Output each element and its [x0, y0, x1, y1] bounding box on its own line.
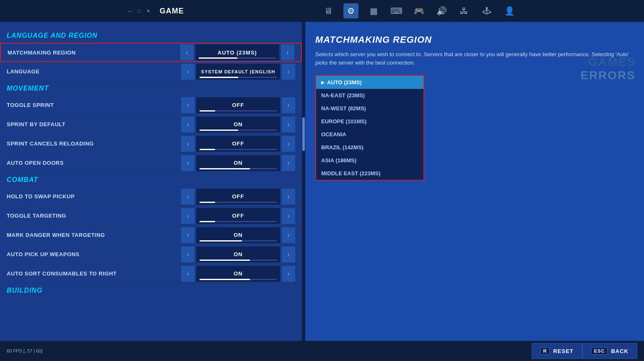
dropdown-item-label: MIDDLE EAST (223MS)	[321, 170, 381, 177]
mark-danger-bar	[200, 240, 277, 242]
dropdown-item-label: NA-WEST (82MS)	[321, 105, 366, 112]
reset-button[interactable]: R RESET	[532, 343, 582, 359]
auto-sort-right-arrow[interactable]: ›	[282, 266, 295, 282]
toggle-sprint-value-box: OFF	[196, 97, 280, 113]
setting-label-language: LANGUAGE	[7, 68, 181, 75]
dropdown-item-na-west[interactable]: NA-WEST (82MS)	[316, 102, 423, 115]
scroll-thumb[interactable]	[302, 117, 305, 151]
back-button[interactable]: ESC BACK	[582, 343, 637, 359]
toggle-targeting-right-arrow[interactable]: ›	[282, 208, 295, 224]
back-label: BACK	[611, 348, 628, 354]
mark-danger-right-arrow[interactable]: ›	[282, 227, 295, 243]
hold-swap-left-arrow[interactable]: ‹	[181, 189, 195, 205]
setting-row-auto-pickup: AUTO PICK UP WEAPONS ‹ ON ›	[0, 245, 302, 264]
language-right-arrow[interactable]: ›	[282, 64, 295, 80]
setting-row-hold-swap: HOLD TO SWAP PICKUP ‹ OFF ›	[0, 187, 302, 206]
sprint-default-left-arrow[interactable]: ‹	[181, 117, 195, 132]
user-icon[interactable]: 👤	[502, 3, 517, 18]
bottom-buttons: R RESET ESC BACK	[532, 343, 637, 359]
region-dropdown: ▶ AUTO (23MS) NA-EAST (23MS) NA-WEST (82…	[315, 75, 424, 181]
keyboard-icon[interactable]: ⌨	[389, 3, 404, 18]
network-icon[interactable]: 🖧	[457, 3, 472, 18]
setting-control-toggle-targeting: ‹ OFF ›	[181, 208, 295, 224]
menu-icon[interactable]: ▦	[366, 3, 381, 18]
dropdown-item-oceania[interactable]: OCEANIA	[316, 128, 423, 141]
auto-open-doors-right-arrow[interactable]: ›	[282, 155, 295, 171]
auto-sort-value-box: ON	[196, 266, 280, 282]
dropdown-item-label: ASIA (186MS)	[321, 157, 356, 164]
setting-label-mark-danger: MARK DANGER WHEN TARGETING	[7, 232, 181, 238]
setting-label-auto-open-doors: AUTO OPEN DOORS	[7, 160, 181, 166]
monitor-icon[interactable]: 🖥	[321, 3, 336, 18]
dropdown-item-europe[interactable]: EUROPE (101MS)	[316, 115, 423, 128]
auto-pickup-value-box: ON	[196, 247, 280, 262]
gamepad-icon[interactable]: 🕹	[479, 3, 494, 18]
language-bar	[200, 77, 277, 78]
auto-sort-value: ON	[234, 270, 243, 277]
setting-control-matchmaking: ‹ AUTO (23MS) ›	[180, 44, 294, 60]
top-bar: — □ ✕ GAME 🖥 ⚙ ▦ ⌨ 🎮 🔊 🖧 🕹 👤	[0, 0, 644, 22]
setting-label-hold-swap: HOLD TO SWAP PICKUP	[7, 193, 181, 200]
dropdown-item-label: NA-EAST (23MS)	[321, 92, 365, 99]
window-controls: — □ ✕	[127, 8, 151, 14]
setting-row-toggle-sprint: TOGGLE SPRINT ‹ OFF ›	[0, 96, 302, 115]
auto-pickup-left-arrow[interactable]: ‹	[181, 247, 195, 262]
sprint-default-right-arrow[interactable]: ›	[282, 117, 295, 132]
sprint-cancels-left-arrow[interactable]: ‹	[181, 136, 195, 152]
matchmaking-left-arrow[interactable]: ‹	[180, 44, 194, 60]
setting-label-auto-sort: AUTO SORT CONSUMABLES TO RIGHT	[7, 270, 181, 277]
right-panel: MATCHMAKING REGION Selects which server …	[305, 22, 644, 341]
matchmaking-value: AUTO (23MS)	[218, 49, 257, 56]
auto-pickup-right-arrow[interactable]: ›	[282, 247, 295, 262]
dropdown-item-brazil[interactable]: BRAZIL (142MS)	[316, 141, 423, 154]
auto-open-doors-value-box: ON	[196, 155, 280, 171]
setting-label-toggle-sprint: TOGGLE SPRINT	[7, 102, 181, 108]
setting-row-auto-sort: AUTO SORT CONSUMABLES TO RIGHT ‹ ON ›	[0, 264, 302, 283]
section-movement: MOVEMENT	[0, 81, 302, 96]
auto-sort-bar	[200, 279, 277, 280]
auto-open-doors-bar	[200, 168, 277, 169]
sprint-cancels-right-arrow[interactable]: ›	[282, 136, 295, 152]
toggle-targeting-bar-fill	[200, 221, 215, 222]
toggle-sprint-right-arrow[interactable]: ›	[282, 97, 295, 113]
app-title: GAME	[160, 7, 184, 16]
back-key: ESC	[591, 347, 608, 355]
auto-sort-bar-fill	[200, 279, 250, 280]
setting-control-auto-sort: ‹ ON ›	[181, 266, 295, 282]
language-value: SYSTEM DEFAULT (ENGLISH	[201, 69, 275, 74]
auto-open-doors-left-arrow[interactable]: ‹	[181, 155, 195, 171]
sprint-default-bar-fill	[200, 130, 238, 131]
sprint-cancels-value-box: OFF	[196, 136, 280, 152]
toggle-targeting-value: OFF	[232, 213, 244, 219]
language-left-arrow[interactable]: ‹	[181, 64, 195, 80]
setting-row-sprint-default: SPRINT BY DEFAULT ‹ ON ›	[0, 115, 302, 134]
toggle-targeting-value-box: OFF	[196, 208, 280, 224]
dropdown-item-middle-east[interactable]: MIDDLE EAST (223MS)	[316, 167, 423, 180]
language-bar-fill	[200, 77, 238, 78]
setting-control-hold-swap: ‹ OFF ›	[181, 189, 295, 205]
hold-swap-right-arrow[interactable]: ›	[282, 189, 295, 205]
dropdown-item-auto[interactable]: ▶ AUTO (23MS)	[316, 76, 423, 89]
auto-sort-left-arrow[interactable]: ‹	[181, 266, 195, 282]
mark-danger-left-arrow[interactable]: ‹	[181, 227, 195, 243]
matchmaking-value-box: AUTO (23MS)	[195, 44, 279, 60]
fps-display: 60 FPS [, 57 | 60]	[7, 348, 42, 353]
matchmaking-right-arrow[interactable]: ›	[281, 44, 294, 60]
dropdown-item-na-east[interactable]: NA-EAST (23MS)	[316, 89, 423, 102]
minimize-btn[interactable]: —	[127, 8, 133, 14]
setting-row-mark-danger: MARK DANGER WHEN TARGETING ‹ ON ›	[0, 226, 302, 245]
gear-icon[interactable]: ⚙	[343, 3, 358, 18]
setting-control-mark-danger: ‹ ON ›	[181, 227, 295, 243]
left-panel: LANGUAGE AND REGION MATCHMAKING REGION ‹…	[0, 22, 302, 341]
close-btn[interactable]: ✕	[145, 8, 151, 14]
maximize-btn[interactable]: □	[136, 8, 142, 14]
controller-icon[interactable]: 🎮	[411, 3, 426, 18]
setting-label-toggle-targeting: TOGGLE TARGETING	[7, 213, 181, 219]
hold-swap-value-box: OFF	[196, 189, 280, 205]
dropdown-item-asia[interactable]: ASIA (186MS)	[316, 154, 423, 167]
toggle-targeting-left-arrow[interactable]: ‹	[181, 208, 195, 224]
scrollbar[interactable]	[302, 22, 305, 341]
toggle-sprint-left-arrow[interactable]: ‹	[181, 97, 195, 113]
volume-icon[interactable]: 🔊	[434, 3, 449, 18]
toggle-sprint-bar	[200, 110, 277, 112]
